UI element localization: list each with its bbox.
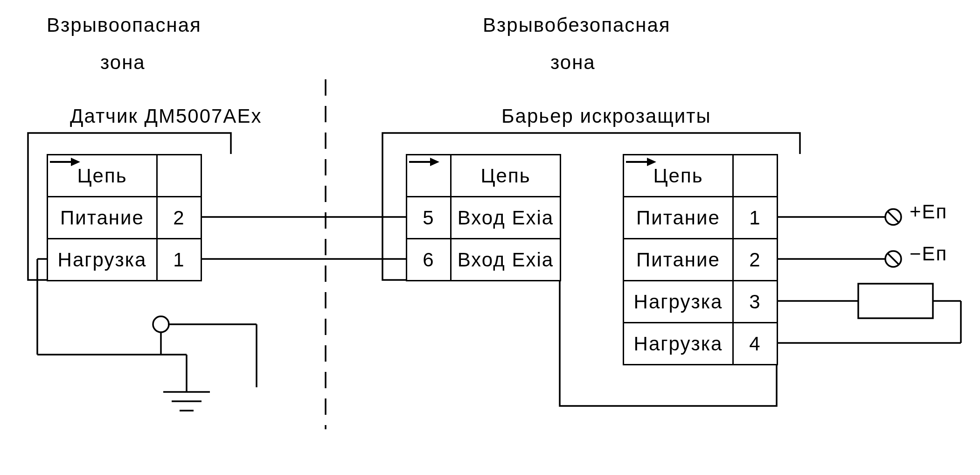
wiring-diagram [0,0,980,475]
barrier-enclosure [382,133,800,280]
load-resistor-icon [858,284,933,318]
barrier-enclosure-bottom [560,280,777,406]
sensor-enclosure [28,133,231,280]
terminal-icon [153,316,169,332]
